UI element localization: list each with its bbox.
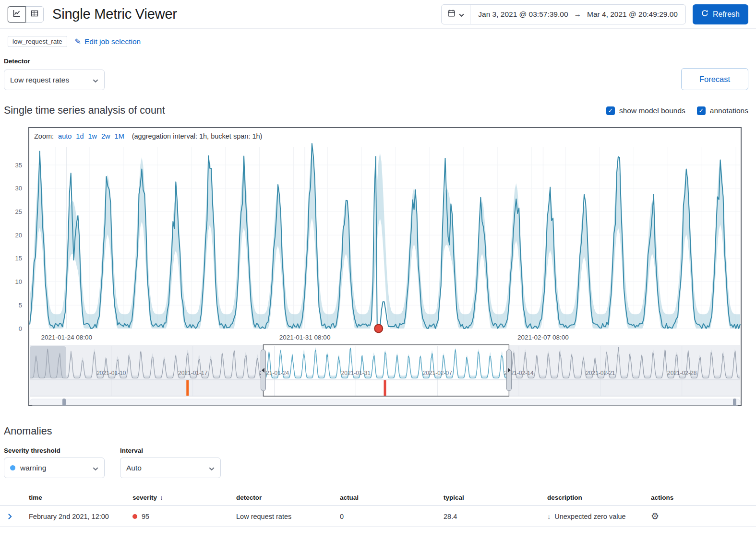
anomaly-typical: 28.4 [444,513,547,520]
y-tick-label: 0 [19,325,22,332]
severity-threshold-label: Severity threshold [4,447,105,454]
chevron-down-icon [459,10,464,19]
scrollbar-handle-left[interactable] [62,399,66,406]
context-tick-label: 2021-01-31 [341,370,371,376]
anomalies-title: Anomalies [4,425,752,437]
anomalies-table: time severity ↓ detector actual typical … [0,490,756,527]
column-header-severity[interactable]: severity ↓ [132,494,236,501]
table-view-button[interactable] [25,6,44,23]
calendar-icon [447,9,456,19]
zoom-1M-link[interactable]: 1M [115,132,124,140]
y-tick-label: 30 [15,185,22,192]
column-header-detector[interactable]: detector [236,494,340,501]
row-actions-gear-icon[interactable]: ⚙ [651,511,659,521]
x-tick-label: 2021-02-07 08:00 [517,334,569,341]
anomaly-severity: 95 [142,513,149,520]
row-expander-button[interactable] [8,513,29,520]
brush-handle-left[interactable] [261,350,265,391]
brush-handle-right[interactable] [506,350,511,391]
zoom-1d-link[interactable]: 1d [76,132,84,140]
chevron-down-icon [93,464,98,472]
context-scrollbar[interactable] [30,399,740,405]
context-tick-label: 2021-01-10 [96,370,126,376]
annotations-checkbox[interactable]: ✓ annotations [697,106,748,115]
time-series-chart: 051015202530352021-01-24 08:002021-01-31… [0,127,756,411]
date-range-picker: Jan 3, 2021 @ 03:57:39.00 → Mar 4, 2021 … [441,4,686,24]
anomalies-table-header: time severity ↓ detector actual typical … [0,490,756,506]
interval-select[interactable]: Auto [120,458,221,478]
y-tick-label: 10 [15,278,22,285]
critical-severity-dot [132,514,137,519]
detector-select[interactable]: Low request rates [4,70,105,90]
arrow-down-icon: ↓ [547,513,551,520]
anomaly-detector: Low request rates [236,513,340,520]
zoom-controls: Zoom: auto 1d 1w 2w 1M (aggregation inte… [34,132,262,140]
time-series-chart-canvas[interactable]: 051015202530352021-01-24 08:002021-01-31… [0,127,756,411]
chart-view-button[interactable] [8,6,26,23]
view-toggle-group [8,6,44,23]
column-header-description[interactable]: description [547,494,651,501]
column-header-typical[interactable]: typical [444,494,547,501]
context-tick-label: 2021-02-28 [667,370,697,376]
detector-label: Detector [4,58,752,65]
date-picker-toggle[interactable] [442,5,470,24]
chevron-down-icon [93,76,98,84]
pencil-icon: ✎ [75,37,81,46]
sort-desc-icon: ↓ [160,494,163,501]
refresh-icon [701,10,708,19]
y-tick-label: 20 [15,232,22,239]
column-header-time[interactable]: time [29,494,132,501]
forecast-button[interactable]: Forecast [681,68,748,90]
zoom-1w-link[interactable]: 1w [88,132,97,140]
refresh-button[interactable]: Refresh [693,4,748,24]
context-tick-label: 2021-01-17 [178,370,208,376]
series-title: Single time series analysis of count [4,105,165,117]
show-model-bounds-checkbox[interactable]: ✓ show model bounds [606,106,685,115]
checkbox-checked-icon: ✓ [697,106,706,115]
page-header: Single Metric Viewer Jan 3, 2021 @ 03:57… [0,0,756,29]
y-tick-label: 35 [15,162,22,169]
severity-threshold-select[interactable]: warning [4,458,105,478]
edit-job-selection-link[interactable]: ✎ Edit job selection [75,37,141,46]
x-tick-label: 2021-01-31 08:00 [279,334,331,341]
y-tick-label: 15 [15,255,22,262]
zoom-2w-link[interactable]: 2w [101,132,110,140]
table-icon [30,9,39,20]
scrollbar-handle-right[interactable] [733,399,736,406]
column-header-actual[interactable]: actual [340,494,444,501]
y-tick-label: 5 [19,302,22,309]
anomaly-description: Unexpected zero value [554,513,625,520]
date-range-end[interactable]: Mar 4, 2021 @ 20:49:29.00 [587,10,678,19]
warning-severity-dot [10,465,15,470]
x-tick-label: 2021-01-24 08:00 [41,334,93,341]
line-chart-icon [12,9,21,20]
y-tick-label: 25 [15,208,22,215]
context-tick-label: 2021-02-07 [422,370,452,376]
anomaly-marker[interactable] [374,325,383,333]
annotation-tick[interactable] [384,380,386,396]
interval-label: Interval [120,447,221,454]
anomaly-actual: 0 [340,513,444,520]
date-range-start[interactable]: Jan 3, 2021 @ 03:57:39.00 [478,10,568,19]
date-range-arrow-icon: → [574,10,582,19]
checkbox-checked-icon: ✓ [606,106,615,115]
chevron-down-icon [209,464,215,472]
anomaly-row: February 2nd 2021, 12:00 95 Low request … [0,506,756,527]
page-title: Single Metric Viewer [52,6,177,22]
annotation-tick[interactable] [186,380,189,396]
job-badge: low_request_rate [8,36,67,47]
zoom-auto-link[interactable]: auto [58,132,72,140]
anomaly-time: February 2nd 2021, 12:00 [29,513,132,520]
job-selection-bar: low_request_rate ✎ Edit job selection [4,29,752,55]
context-tick-label: 2021-02-21 [586,370,615,376]
column-header-actions: actions [651,494,748,501]
